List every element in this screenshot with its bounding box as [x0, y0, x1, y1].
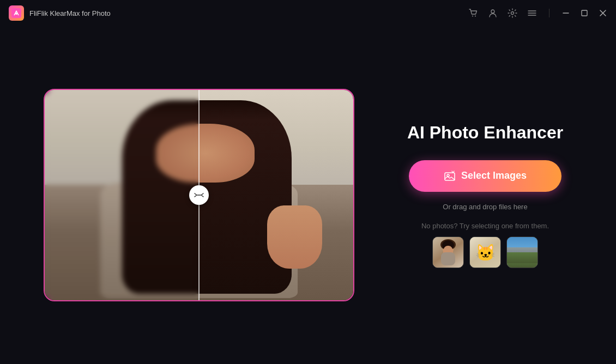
menu-icon[interactable]	[527, 8, 537, 18]
svg-point-5	[511, 12, 514, 15]
svg-point-3	[475, 16, 476, 17]
cart-icon[interactable]	[468, 8, 478, 18]
sample-images: 🐱	[432, 236, 538, 268]
titlebar: FliFlik KlearMax for Photo	[0, 0, 616, 26]
titlebar-left: FliFlik KlearMax for Photo	[9, 5, 111, 21]
titlebar-separator	[549, 9, 549, 17]
photo-icon	[444, 170, 456, 182]
svg-point-4	[491, 10, 494, 13]
select-images-label: Select Images	[461, 170, 527, 181]
blur-overlay	[45, 90, 199, 300]
svg-point-2	[472, 16, 473, 17]
main-content: AI Photo Enhancer Select Images Or drag …	[0, 26, 616, 364]
svg-point-1	[15, 13, 17, 15]
sample-thumb-landscape[interactable]	[506, 236, 538, 268]
close-button[interactable]	[599, 9, 607, 17]
titlebar-right	[468, 8, 607, 18]
right-panel: AI Photo Enhancer Select Images Or drag …	[398, 123, 572, 268]
panel-title: AI Photo Enhancer	[407, 123, 563, 143]
select-images-button[interactable]: Select Images	[409, 160, 561, 192]
sample-hint: No photos? Try selecting one from them.	[421, 222, 549, 230]
user-icon[interactable]	[488, 8, 498, 18]
drag-handle[interactable]	[189, 185, 209, 205]
sample-thumb-portrait[interactable]	[432, 236, 464, 268]
preview-card	[44, 89, 354, 301]
sample-section: No photos? Try selecting one from them. …	[421, 222, 549, 268]
settings-icon[interactable]	[508, 8, 517, 18]
svg-rect-14	[445, 173, 455, 180]
preview-hand	[267, 205, 323, 269]
drag-drop-text: Or drag and drop files here	[443, 203, 527, 211]
sample-thumb-animal[interactable]: 🐱	[469, 236, 501, 268]
minimize-button[interactable]	[561, 9, 570, 17]
app-icon	[9, 5, 24, 21]
maximize-button[interactable]	[580, 9, 589, 17]
svg-rect-10	[582, 10, 587, 16]
app-title: FliFlik KlearMax for Photo	[29, 9, 111, 17]
